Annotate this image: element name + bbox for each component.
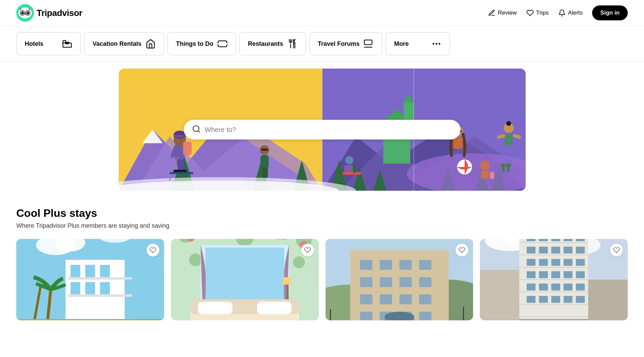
- svg-rect-187: [539, 284, 548, 290]
- svg-rect-66: [343, 172, 361, 175]
- svg-point-6: [26, 12, 30, 15]
- svg-rect-185: [576, 271, 585, 278]
- svg-point-16: [436, 43, 437, 45]
- svg-rect-14: [365, 40, 372, 45]
- svg-rect-189: [564, 284, 572, 290]
- svg-rect-67: [353, 165, 356, 173]
- svg-rect-166: [527, 239, 535, 241]
- alerts-button[interactable]: Alerts: [558, 9, 583, 17]
- cool-plus-section: Cool Plus stays Where Tripadvisor Plus m…: [0, 191, 644, 320]
- header-actions: Review Trips Alerts Sign in: [488, 5, 628, 20]
- svg-point-4: [21, 12, 22, 13]
- flag-icon: [364, 39, 374, 49]
- search-container: [184, 120, 461, 139]
- svg-rect-183: [551, 271, 560, 278]
- property-card-1[interactable]: [16, 239, 164, 320]
- cool-plus-title: Cool Plus stays: [16, 207, 628, 220]
- favorite-button-4[interactable]: [610, 244, 623, 257]
- header: Tripadvisor Review Trips Alerts Sign in: [0, 0, 644, 26]
- svg-rect-186: [527, 284, 535, 290]
- svg-rect-136: [419, 260, 431, 270]
- svg-rect-58: [170, 172, 193, 174]
- card-image-1: [16, 239, 164, 320]
- trips-button[interactable]: Trips: [526, 9, 549, 17]
- tab-things-to-do[interactable]: Things to Do: [168, 32, 236, 55]
- property-card-4[interactable]: [480, 239, 628, 320]
- dots-icon: [431, 39, 442, 49]
- fork-icon: [287, 39, 297, 49]
- svg-rect-95: [71, 265, 80, 277]
- signin-button[interactable]: Sign in: [592, 5, 628, 20]
- svg-rect-141: [360, 295, 372, 304]
- svg-rect-60: [260, 155, 269, 169]
- svg-rect-194: [564, 296, 572, 303]
- svg-point-112: [189, 253, 202, 266]
- svg-rect-135: [399, 260, 411, 270]
- property-card-3[interactable]: [326, 239, 473, 320]
- card-image-3: [326, 239, 473, 320]
- svg-rect-170: [576, 239, 585, 241]
- alerts-label: Alerts: [568, 10, 583, 16]
- bell-icon: [558, 9, 566, 17]
- card-image-2: [171, 239, 319, 320]
- svg-point-84: [506, 163, 511, 167]
- svg-rect-51: [183, 142, 192, 155]
- svg-rect-79: [481, 170, 489, 179]
- svg-rect-142: [379, 295, 392, 304]
- svg-point-64: [345, 156, 353, 164]
- review-button[interactable]: Review: [488, 9, 517, 17]
- tab-travel-forums[interactable]: Travel Forums: [309, 32, 382, 55]
- svg-rect-96: [85, 265, 95, 277]
- svg-point-74: [506, 121, 511, 126]
- svg-rect-101: [68, 277, 132, 280]
- svg-rect-188: [551, 284, 560, 290]
- svg-rect-63: [265, 168, 268, 178]
- heart-icon: [526, 9, 534, 17]
- favorite-button-1[interactable]: [147, 244, 159, 257]
- property-card-2[interactable]: [171, 239, 319, 320]
- logo[interactable]: Tripadvisor: [16, 4, 82, 22]
- svg-rect-133: [360, 260, 372, 270]
- svg-rect-125: [198, 302, 233, 314]
- hero-banner: [119, 69, 526, 191]
- bed-icon: [62, 39, 72, 49]
- review-label: Review: [498, 10, 517, 16]
- svg-rect-134: [379, 260, 392, 270]
- svg-rect-184: [564, 271, 572, 278]
- svg-rect-61: [261, 149, 268, 151]
- svg-rect-137: [360, 277, 372, 287]
- ticket-icon: [217, 39, 228, 49]
- svg-rect-169: [564, 239, 572, 241]
- tab-hotels[interactable]: Hotels: [16, 32, 81, 55]
- svg-rect-180: [576, 259, 585, 266]
- tab-vacation-rentals[interactable]: Vacation Rentals: [84, 32, 164, 55]
- svg-rect-97: [100, 265, 110, 277]
- svg-rect-176: [527, 259, 535, 266]
- svg-rect-144: [419, 295, 431, 304]
- tab-more[interactable]: More: [386, 32, 450, 55]
- home-icon: [145, 39, 156, 49]
- svg-rect-197: [480, 270, 519, 320]
- heart-icon-1: [150, 247, 156, 253]
- search-input[interactable]: [205, 126, 452, 134]
- favorite-button-2[interactable]: [301, 244, 314, 257]
- svg-marker-128: [282, 277, 292, 285]
- search-bar[interactable]: [184, 120, 461, 139]
- heart-icon-3: [458, 247, 465, 253]
- cool-plus-subtitle: Where Tripadvisor Plus members are stayi…: [16, 222, 628, 229]
- search-icon: [192, 125, 201, 135]
- svg-rect-179: [564, 259, 572, 266]
- svg-point-17: [438, 43, 440, 45]
- nav-tabs: Hotels Vacation Rentals Things to Do Res…: [0, 26, 644, 62]
- svg-rect-177: [539, 259, 548, 266]
- svg-rect-105: [16, 319, 164, 320]
- svg-rect-140: [419, 277, 431, 287]
- svg-point-15: [433, 43, 434, 45]
- heart-icon-2: [304, 247, 311, 253]
- favorite-button-3[interactable]: [455, 244, 468, 257]
- svg-point-82: [501, 163, 506, 167]
- svg-rect-181: [527, 271, 535, 278]
- svg-rect-80: [490, 172, 494, 179]
- tab-restaurants[interactable]: Restaurants: [239, 32, 306, 55]
- svg-rect-98: [71, 282, 80, 294]
